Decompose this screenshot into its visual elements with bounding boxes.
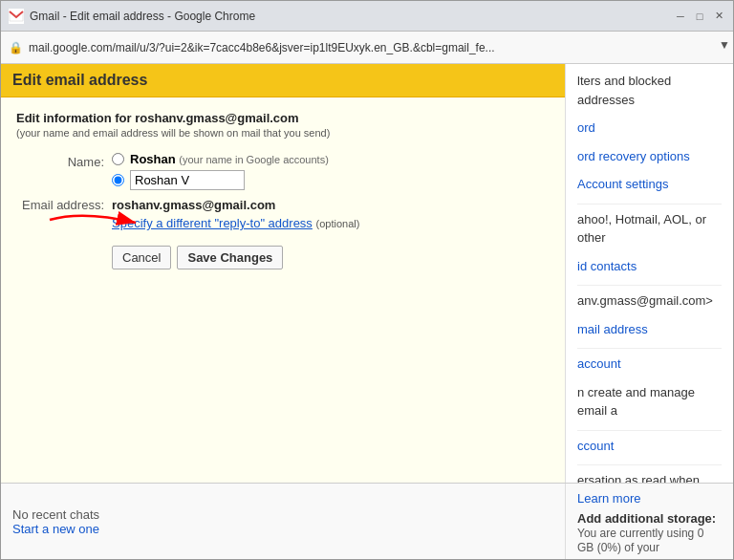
name-row: Name: Roshan (your name in Google accoun… xyxy=(16,152,550,190)
separator-2 xyxy=(577,285,722,286)
name-radio-1[interactable] xyxy=(112,153,124,165)
bottom-left: No recent chats Start a new one xyxy=(1,484,565,559)
start-new-chat-link[interactable]: Start a new one xyxy=(12,522,553,536)
bottom-right: Learn more Add additional storage: You a… xyxy=(565,484,733,559)
name-option-1: Roshan (your name in Google accounts) xyxy=(112,152,329,166)
name-option-1-label: Roshan (your name in Google accounts) xyxy=(130,152,329,166)
right-line-5: ahoo!, Hotmail, AOL, or other xyxy=(577,210,722,248)
url-display[interactable]: mail.google.com/mail/u/3/?ui=2&ik=7cacc4… xyxy=(29,41,725,54)
right-line-7: anv.gmass@gmail.com> xyxy=(577,291,722,311)
right-panel: lters and blocked addresses ord ord reco… xyxy=(565,64,733,483)
cancel-button[interactable]: Cancel xyxy=(112,246,171,269)
email-label: Email address: xyxy=(16,198,112,212)
right-line-3: ord recovery options xyxy=(577,147,722,166)
bottom-panel: No recent chats Start a new one Learn mo… xyxy=(1,483,733,559)
right-line-12: ersation as read when opene xyxy=(577,471,722,483)
name-label: Name: xyxy=(16,152,112,169)
separator-1 xyxy=(577,204,722,205)
right-line-8: mail address xyxy=(577,320,722,339)
right-line-1: lters and blocked addresses xyxy=(577,72,722,109)
right-line-10: n create and manage email a xyxy=(577,383,722,420)
add-storage-label: Add additional storage: xyxy=(577,511,716,526)
right-line-9: account xyxy=(577,355,722,374)
dialog-header: Edit email address xyxy=(1,64,565,97)
right-link-recovery[interactable]: ord recovery options xyxy=(577,149,690,163)
right-link-ord[interactable]: ord xyxy=(577,120,595,135)
maximize-button[interactable]: □ xyxy=(693,10,706,23)
name-options: Roshan (your name in Google accounts) xyxy=(112,152,329,190)
edit-info-subtitle: (your name and email address will be sho… xyxy=(16,127,550,139)
storage-info: You are currently using 0 GB (0%) of you… xyxy=(577,527,703,554)
window-controls: ─ □ ✕ xyxy=(674,10,725,23)
optional-label: (optional) xyxy=(316,218,360,229)
email-row: Email address: roshanv.gmass@gmail.com xyxy=(16,198,550,212)
email-value: roshanv.gmass@gmail.com xyxy=(112,198,275,212)
reply-to-link[interactable]: Specify a different "reply-to" address xyxy=(112,216,313,230)
minimize-button[interactable]: ─ xyxy=(674,10,687,23)
separator-3 xyxy=(577,348,722,349)
lock-icon: 🔒 xyxy=(9,41,23,54)
main-content: Edit email address Edit information for … xyxy=(1,64,733,483)
learn-more-link[interactable]: Learn more xyxy=(577,491,640,506)
edit-info-title: Edit information for roshanv.gmass@gmail… xyxy=(16,111,550,125)
gmail-favicon xyxy=(9,9,24,24)
close-button[interactable]: ✕ xyxy=(712,10,725,23)
window-title: Gmail - Edit email address - Google Chro… xyxy=(30,10,674,23)
name-option-2 xyxy=(112,170,329,190)
address-bar: 🔒 mail.google.com/mail/u/3/?ui=2&ik=7cac… xyxy=(1,32,733,64)
reply-to-section: Specify a different "reply-to" address (… xyxy=(112,216,550,230)
browser-dropdown-arrow[interactable]: ▼ xyxy=(719,38,730,52)
right-link-account-settings[interactable]: Account settings xyxy=(577,177,668,191)
dialog-title: Edit email address xyxy=(12,72,147,88)
right-link-contacts[interactable]: id contacts xyxy=(577,259,637,273)
dialog-body: Edit information for roshanv.gmass@gmail… xyxy=(1,97,565,283)
no-recent-chats: No recent chats xyxy=(12,507,553,522)
right-line-6: id contacts xyxy=(577,257,722,276)
dialog-buttons: Cancel Save Changes xyxy=(112,246,550,269)
name-text-input[interactable] xyxy=(130,170,245,190)
separator-5 xyxy=(577,464,722,465)
right-link-account2[interactable]: ccount xyxy=(577,439,614,453)
right-line-2: ord xyxy=(577,118,722,138)
save-button[interactable]: Save Changes xyxy=(177,246,283,269)
right-line-11: ccount xyxy=(577,437,722,456)
right-line-4: Account settings xyxy=(577,175,722,194)
name-radio-2[interactable] xyxy=(112,174,124,186)
title-bar: Gmail - Edit email address - Google Chro… xyxy=(1,1,733,32)
separator-4 xyxy=(577,430,722,431)
edit-email-dialog: Edit email address Edit information for … xyxy=(1,64,565,483)
right-link-account[interactable]: account xyxy=(577,356,621,371)
right-link-mail-address[interactable]: mail address xyxy=(577,322,648,336)
